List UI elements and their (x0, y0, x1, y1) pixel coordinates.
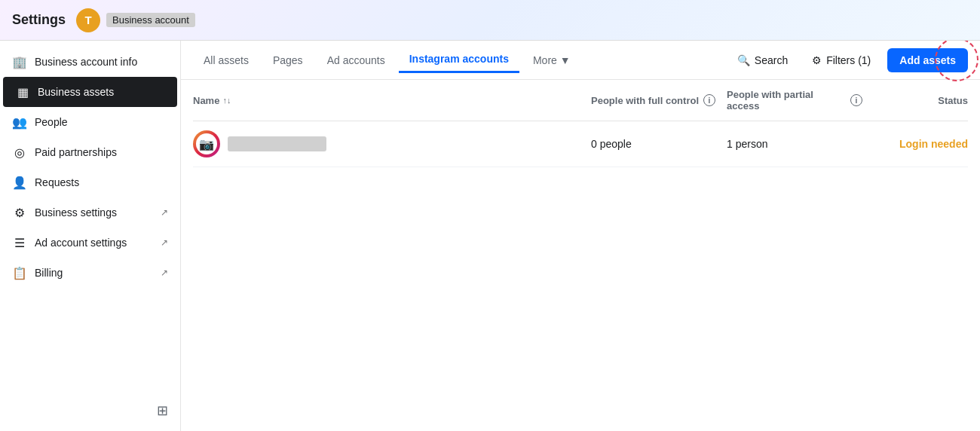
table-header: Name ↑↓ People with full control i Peopl… (193, 80, 968, 121)
add-assets-button[interactable]: Add assets (887, 48, 968, 72)
main-layout: 🏢 Business account info ▦ Business asset… (0, 41, 980, 431)
sidebar-item-ad-account-settings[interactable]: ☰ Ad account settings ↗ (0, 228, 180, 258)
app-title: Settings (12, 12, 66, 28)
sidebar-label: Business assets (38, 86, 114, 98)
account-name: Business account (106, 13, 195, 27)
sidebar: 🏢 Business account info ▦ Business asset… (0, 41, 181, 431)
add-assets-wrapper: Add assets (887, 48, 968, 72)
external-link-icon: ↗ (161, 237, 168, 248)
col-name-header: Name ↑↓ (193, 95, 591, 106)
sidebar-item-business-settings[interactable]: ⚙ Business settings ↗ (0, 197, 180, 228)
ig-avatar-inner: 📷 (196, 133, 217, 154)
sidebar-item-business-account-info[interactable]: 🏢 Business account info (0, 47, 180, 77)
tab-more[interactable]: More ▼ (522, 48, 581, 72)
search-icon: 🔍 (737, 54, 750, 66)
people-partial-count: 1 person (727, 138, 862, 150)
billing-icon: 📋 (12, 265, 27, 280)
filters-button[interactable]: ⚙ Filters (1) (804, 50, 878, 71)
sort-icon[interactable]: ↑↓ (222, 96, 231, 105)
sidebar-label: People (35, 116, 68, 128)
sidebar-item-people[interactable]: 👥 People (0, 107, 180, 137)
status-badge: Login needed (862, 138, 968, 150)
sidebar-label: Business settings (35, 206, 117, 219)
sidebar-label: Paid partnerships (35, 146, 117, 158)
external-link-icon: ↗ (161, 207, 168, 218)
sidebar-label: Requests (35, 176, 79, 188)
header: Settings T Business account (0, 0, 980, 41)
tab-all-assets[interactable]: All assets (193, 48, 259, 72)
account-info: 📷 Instagram account (193, 130, 591, 157)
sidebar-bottom: ⊞ (0, 396, 180, 425)
sidebar-item-paid-partnerships[interactable]: ◎ Paid partnerships (0, 137, 180, 167)
sidebar-item-billing[interactable]: 📋 Billing ↗ (0, 258, 180, 288)
people-icon: 👥 (12, 115, 27, 130)
account-name-blurred: Instagram account (228, 136, 326, 151)
partnership-icon: ◎ (12, 145, 27, 160)
search-button[interactable]: 🔍 Search (730, 50, 795, 71)
ad-account-icon: ☰ (12, 235, 27, 250)
collapse-sidebar-button[interactable]: ⊞ (157, 402, 168, 419)
sidebar-label: Billing (35, 267, 63, 279)
tab-ad-accounts[interactable]: Ad accounts (317, 48, 396, 72)
people-full-count: 0 people (591, 138, 727, 150)
tab-bar: All assets Pages Ad accounts Instagram a… (181, 41, 980, 80)
building-icon: 🏢 (12, 54, 27, 69)
info-icon-full[interactable]: i (703, 94, 715, 106)
table-row: 📷 Instagram account 0 people 1 person Lo… (193, 121, 968, 167)
external-link-icon: ↗ (161, 267, 168, 278)
avatar: T (76, 8, 100, 32)
settings-icon: ⚙ (12, 205, 27, 220)
sidebar-item-requests[interactable]: 👤 Requests (0, 167, 180, 197)
col-status-header: Status (862, 95, 968, 106)
tab-pages[interactable]: Pages (262, 48, 314, 72)
sidebar-label: Ad account settings (35, 237, 127, 249)
col-partial-header: People with partial access i (727, 89, 862, 112)
tab-actions: 🔍 Search ⚙ Filters (1) Add assets (730, 48, 968, 72)
chevron-down-icon: ▼ (560, 54, 571, 66)
col-full-header: People with full control i (591, 94, 727, 106)
filter-icon: ⚙ (812, 54, 822, 66)
tab-instagram-accounts[interactable]: Instagram accounts (399, 47, 519, 73)
grid-icon: ▦ (15, 84, 30, 99)
content-area: All assets Pages Ad accounts Instagram a… (181, 41, 980, 431)
sidebar-label: Business account info (35, 56, 137, 68)
instagram-icon: 📷 (199, 137, 214, 151)
sidebar-item-business-assets[interactable]: ▦ Business assets (3, 77, 177, 107)
info-icon-partial[interactable]: i (850, 94, 862, 106)
requests-icon: 👤 (12, 175, 27, 190)
instagram-avatar: 📷 (193, 130, 220, 157)
table-container: Name ↑↓ People with full control i Peopl… (181, 80, 980, 431)
